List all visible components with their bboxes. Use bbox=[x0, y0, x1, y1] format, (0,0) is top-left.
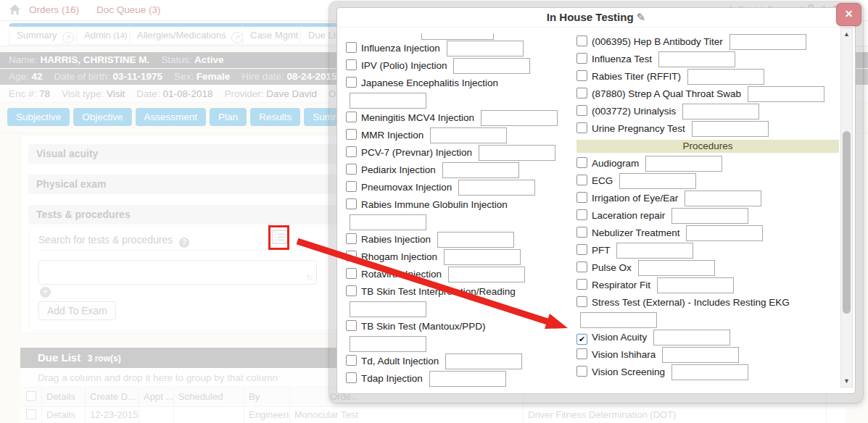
test-value-input[interactable] bbox=[448, 267, 525, 282]
test-value-input[interactable] bbox=[437, 232, 514, 248]
test-label: Influenza Test bbox=[592, 54, 655, 64]
scroll-up-icon[interactable]: ▲ bbox=[841, 30, 852, 38]
test-item: Influenza Test bbox=[576, 51, 839, 68]
test-label: Vision Screening bbox=[592, 367, 668, 377]
test-label: Rabies Immune Globulin Injection bbox=[361, 199, 508, 210]
scroll-down-icon[interactable]: ▼ bbox=[841, 377, 852, 385]
test-value-input[interactable] bbox=[429, 371, 506, 387]
test-value-input[interactable] bbox=[658, 51, 735, 67]
test-value-input[interactable] bbox=[442, 162, 519, 178]
test-value-input[interactable] bbox=[350, 93, 426, 109]
test-checkbox[interactable] bbox=[576, 348, 587, 359]
test-checkbox[interactable] bbox=[346, 112, 357, 122]
test-item: Tdap Injection bbox=[346, 370, 558, 388]
test-item: ✔Vision Acuity bbox=[576, 329, 839, 346]
test-checkbox[interactable] bbox=[346, 59, 357, 70]
test-checkbox[interactable] bbox=[346, 355, 357, 366]
test-label: Pneumovax Injection bbox=[361, 182, 455, 193]
test-value-input[interactable] bbox=[445, 353, 522, 369]
test-value-input[interactable] bbox=[447, 41, 524, 56]
test-checkbox[interactable] bbox=[346, 42, 357, 53]
test-checkbox[interactable] bbox=[576, 105, 587, 116]
scrollbar-thumb[interactable] bbox=[843, 131, 851, 314]
test-checkbox[interactable] bbox=[576, 122, 587, 133]
test-checkbox[interactable] bbox=[346, 372, 357, 383]
test-value-input[interactable] bbox=[729, 34, 806, 50]
test-checkbox[interactable] bbox=[346, 77, 357, 88]
test-checkbox[interactable] bbox=[346, 198, 357, 209]
test-checkbox[interactable] bbox=[346, 320, 357, 331]
test-value-input[interactable] bbox=[692, 121, 769, 137]
test-item: (006395) Hep B Antibody Titer bbox=[576, 33, 839, 51]
test-value-input[interactable] bbox=[653, 330, 730, 345]
partial-input[interactable] bbox=[421, 33, 494, 40]
test-item: Vision Screening bbox=[576, 364, 839, 381]
test-value-input[interactable] bbox=[616, 243, 693, 259]
test-checkbox[interactable] bbox=[576, 157, 587, 168]
test-checkbox[interactable] bbox=[576, 279, 587, 290]
test-value-input[interactable] bbox=[671, 208, 748, 224]
test-label: (87880) Strep A Qual Throat Swab bbox=[592, 88, 744, 99]
test-item: Pneumovax Injection bbox=[346, 179, 558, 196]
test-value-input[interactable] bbox=[350, 214, 426, 230]
test-value-input[interactable] bbox=[444, 249, 521, 265]
test-value-input[interactable] bbox=[657, 277, 734, 293]
test-checkbox[interactable] bbox=[346, 285, 357, 296]
test-value-input[interactable] bbox=[481, 110, 558, 126]
edit-title-icon[interactable]: ✎ bbox=[637, 11, 646, 23]
test-checkbox[interactable] bbox=[346, 233, 357, 244]
test-checkbox[interactable] bbox=[576, 53, 587, 64]
test-checkbox[interactable] bbox=[346, 181, 357, 192]
test-label: Rabies Injection bbox=[361, 234, 434, 245]
test-value-input[interactable] bbox=[458, 180, 535, 196]
test-checkbox[interactable]: ✔ bbox=[576, 334, 587, 345]
test-item: (87880) Strep A Qual Throat Swab bbox=[576, 85, 839, 103]
test-item: Nebulizer Treatment bbox=[576, 225, 839, 242]
test-checkbox[interactable] bbox=[346, 146, 357, 157]
test-value-input[interactable] bbox=[453, 58, 530, 74]
test-checkbox[interactable] bbox=[576, 70, 587, 81]
test-value-input[interactable] bbox=[686, 225, 763, 241]
modal-scrollbar[interactable]: ▲ ▼ bbox=[840, 28, 853, 388]
test-label: Nebulizer Treatment bbox=[592, 227, 682, 238]
test-checkbox[interactable] bbox=[576, 244, 587, 255]
test-value-input[interactable] bbox=[619, 173, 696, 189]
test-value-input[interactable] bbox=[748, 86, 824, 102]
test-checkbox[interactable] bbox=[576, 192, 587, 203]
test-checkbox[interactable] bbox=[576, 296, 587, 307]
test-value-input[interactable] bbox=[645, 156, 722, 172]
close-icon[interactable]: ✕ bbox=[836, 3, 861, 26]
test-checkbox[interactable] bbox=[576, 35, 587, 46]
test-label: Rhogam Injection bbox=[361, 251, 440, 262]
test-item: TB Skin Test Interpretation/Reading bbox=[346, 283, 558, 318]
test-checkbox[interactable] bbox=[576, 88, 587, 99]
test-checkbox[interactable] bbox=[576, 366, 587, 377]
test-item: Laceration repair bbox=[576, 207, 839, 225]
test-value-input[interactable] bbox=[685, 190, 761, 206]
test-value-input[interactable] bbox=[350, 336, 426, 352]
test-checkbox[interactable] bbox=[576, 209, 587, 220]
test-value-input[interactable] bbox=[638, 260, 715, 276]
test-value-input[interactable] bbox=[580, 312, 657, 328]
test-checkbox[interactable] bbox=[346, 251, 357, 261]
test-value-input[interactable] bbox=[671, 364, 748, 380]
test-item: Audiogram bbox=[576, 155, 839, 172]
test-value-input[interactable] bbox=[682, 104, 759, 120]
test-checkbox[interactable] bbox=[346, 268, 357, 279]
test-value-input[interactable] bbox=[350, 301, 426, 317]
test-item: MMR Injection bbox=[346, 127, 558, 144]
test-value-input[interactable] bbox=[430, 127, 507, 143]
test-checkbox[interactable] bbox=[576, 175, 587, 185]
test-item: Td, Adult Injection bbox=[346, 353, 558, 370]
test-item: PCV-7 (Prevnar) Injection bbox=[346, 144, 558, 162]
test-checkbox[interactable] bbox=[576, 227, 587, 238]
test-checkbox[interactable] bbox=[346, 129, 357, 140]
test-label: Rabies Titer (RFFIT) bbox=[592, 71, 684, 82]
test-value-input[interactable] bbox=[479, 145, 555, 161]
test-label: Influenza Injection bbox=[361, 43, 443, 54]
test-item: IPV (Polio) Injection bbox=[346, 57, 558, 75]
test-checkbox[interactable] bbox=[346, 164, 357, 175]
test-value-input[interactable] bbox=[662, 347, 739, 363]
test-checkbox[interactable] bbox=[576, 261, 587, 272]
test-value-input[interactable] bbox=[687, 69, 764, 85]
